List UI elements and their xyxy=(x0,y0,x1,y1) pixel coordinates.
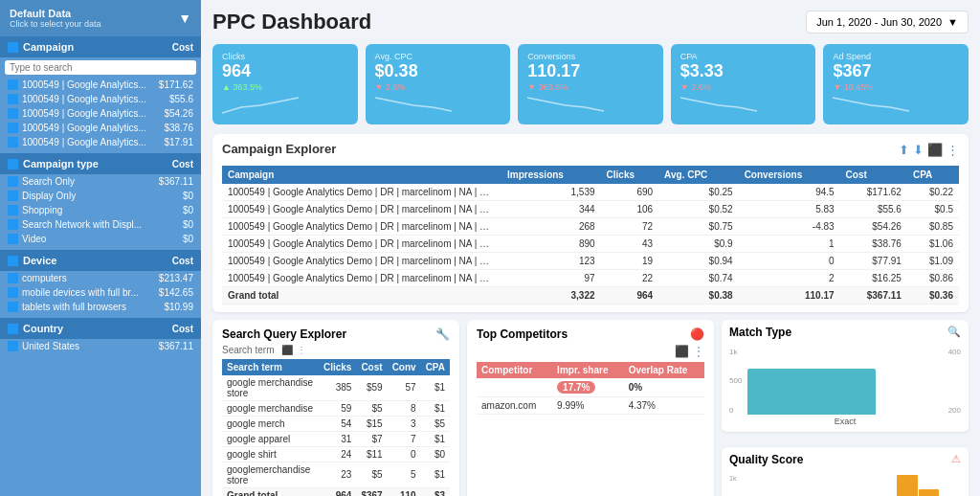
item-name-campaign_type-3: Search Network with Displ... xyxy=(22,219,142,230)
item-checkbox-campaign_type-1[interactable] xyxy=(8,191,18,201)
sidebar-item-campaign_type-2[interactable]: Shopping $0 xyxy=(0,203,201,217)
section-checkbox-device[interactable] xyxy=(8,256,18,266)
section-checkbox-campaign[interactable] xyxy=(8,42,18,53)
item-checkbox-campaign-4[interactable] xyxy=(8,137,18,147)
sq-cost-1: $5 xyxy=(356,400,387,416)
sidebar-search-input-campaign[interactable] xyxy=(10,62,191,73)
item-checkbox-device-0[interactable] xyxy=(8,273,18,283)
sidebar-section-device: Device Cost computers $213.47 mobile dev… xyxy=(0,250,201,318)
comp-badge-impr: 17.7% xyxy=(552,378,624,397)
sidebar-item-device-0[interactable]: computers $213.47 xyxy=(0,271,201,285)
item-checkbox-device-2[interactable] xyxy=(8,302,18,312)
sort-down-icon[interactable]: ⬇ xyxy=(913,143,924,157)
campaign-clicks-2: 72 xyxy=(601,217,659,235)
sidebar-section-country: Country Cost United States $367.11 xyxy=(0,318,201,357)
more-icon[interactable]: ⋮ xyxy=(947,143,959,157)
sidebar-section-header-country[interactable]: Country Cost xyxy=(0,318,201,339)
sq-clicks-4: 24 xyxy=(319,446,356,462)
item-checkbox-campaign_type-0[interactable] xyxy=(8,176,18,187)
metric-card-1: Avg. CPC $0.38 ▼ 2.6% xyxy=(366,44,511,124)
card-label-4: Ad Spend xyxy=(833,52,959,61)
sidebar-item-campaign-3[interactable]: 1000549 | Google Analytics... $38.76 xyxy=(0,121,201,135)
campaign-cpc-4: $0.94 xyxy=(658,252,739,269)
card-label-1: Avg. CPC xyxy=(375,52,501,61)
sq-conv-0: 57 xyxy=(388,375,421,401)
sidebar-section-header-campaign_type[interactable]: Campaign type Cost xyxy=(0,153,201,174)
item-checkbox-campaign-0[interactable] xyxy=(8,79,18,90)
comp-name-0: amazon.com xyxy=(477,396,552,414)
section-checkbox-campaign_type[interactable] xyxy=(8,159,18,169)
item-name-device-1: mobile devices with full br... xyxy=(22,287,139,298)
campaign-cpa-2: $0.85 xyxy=(907,217,959,235)
campaign-name-4: 1000549 | Google Analytics Demo | DR | m… xyxy=(222,252,501,269)
item-cost-campaign-1: $55.6 xyxy=(169,94,193,104)
campaign-col-cost: Cost xyxy=(840,166,907,184)
sidebar-item-campaign_type-0[interactable]: Search Only $367.11 xyxy=(0,174,201,189)
campaign-cpc-0: $0.25 xyxy=(658,184,739,201)
gt-clicks: 964 xyxy=(601,286,659,304)
item-checkbox-campaign-2[interactable] xyxy=(8,108,18,119)
card-value-0: 964 xyxy=(222,61,348,82)
item-cost-campaign-2: $54.26 xyxy=(164,108,193,119)
sq-cpa-3: $1 xyxy=(421,431,450,446)
item-cost-country-0: $367.11 xyxy=(159,341,193,351)
sq-conv-4: 0 xyxy=(388,446,421,462)
comp-icon2: ⬛ xyxy=(675,345,689,358)
section-checkbox-country[interactable] xyxy=(8,324,18,334)
sq-clicks-2: 54 xyxy=(319,416,356,431)
sidebar-section-header-device[interactable]: Device Cost xyxy=(0,250,201,271)
sq-conv-2: 3 xyxy=(388,416,421,431)
item-checkbox-campaign-1[interactable] xyxy=(8,94,18,104)
metric-card-0: Clicks 964 ▲ 363.5% xyxy=(212,44,358,124)
sidebar-item-campaign_type-4[interactable]: Video $0 xyxy=(0,232,201,246)
sidebar-section-header-campaign[interactable]: Campaign Cost xyxy=(0,36,201,57)
sidebar-item-campaign_type-1[interactable]: Display Only $0 xyxy=(0,189,201,203)
sgt-label: Grand total xyxy=(222,487,319,496)
sidebar-item-campaign-4[interactable]: 1000549 | Google Analytics... $17.91 xyxy=(0,135,201,149)
sq-cost-3: $7 xyxy=(356,431,387,446)
sort-up-icon[interactable]: ⬆ xyxy=(899,143,909,157)
item-cost-campaign_type-2: $0 xyxy=(183,205,193,215)
sidebar-item-country-0[interactable]: United States $367.11 xyxy=(0,339,201,353)
sidebar-section-campaign_type: Campaign type Cost Search Only $367.11 D… xyxy=(0,153,201,250)
sq-icon2: ⬛ xyxy=(281,345,293,355)
comp-header: Top Competitors 🔴 xyxy=(477,327,704,341)
metric-card-3: CPA $3.33 ▼ 2.6% xyxy=(671,44,816,124)
comp-icon3: ⋮ xyxy=(693,345,704,358)
item-cost-device-1: $142.65 xyxy=(159,287,193,298)
campaign-clicks-5: 22 xyxy=(601,269,659,286)
main-header: PPC Dashboard Jun 1, 2020 - Jun 30, 2020… xyxy=(212,10,969,34)
sidebar-item-campaign-1[interactable]: 1000549 | Google Analytics... $55.6 xyxy=(0,92,201,106)
mt-x-label: Exact xyxy=(729,417,961,426)
item-checkbox-campaign_type-3[interactable] xyxy=(8,219,18,230)
item-name-campaign_type-4: Video xyxy=(22,234,46,244)
charts-column: Match Type 🔍 1k5000 400200 Exact xyxy=(722,320,969,496)
item-checkbox-country-0[interactable] xyxy=(8,341,18,351)
item-checkbox-device-1[interactable] xyxy=(8,287,18,298)
sq-search-area: Search term ⬛ ⋮ xyxy=(222,345,450,355)
card-sparkline-4 xyxy=(833,96,909,115)
sidebar-item-campaign_type-3[interactable]: Search Network with Displ... $0 xyxy=(0,217,201,232)
sidebar-item-device-2[interactable]: tablets with full browsers $10.99 xyxy=(0,300,201,314)
bottom-grid: Search Query Explorer 🔧 Search term ⬛ ⋮ … xyxy=(212,320,969,496)
sq-term-5: googlemerchandise store xyxy=(222,462,319,487)
campaign-cost-2: $54.26 xyxy=(840,217,907,235)
sq-term-4: google shirt xyxy=(222,446,319,462)
item-checkbox-campaign_type-4[interactable] xyxy=(8,234,18,244)
campaign-name-1: 1000549 | Google Analytics Demo | DR | m… xyxy=(222,200,501,217)
export-icon[interactable]: ⬛ xyxy=(927,143,943,157)
sidebar-item-device-1[interactable]: mobile devices with full br... $142.65 xyxy=(0,285,201,300)
sidebar-dropdown-icon[interactable]: ▼ xyxy=(178,11,191,26)
sidebar-item-campaign-2[interactable]: 1000549 | Google Analytics... $54.26 xyxy=(0,106,201,121)
campaign-impressions-0: 1,539 xyxy=(501,184,601,201)
sidebar-item-campaign-0[interactable]: 1000549 | Google Analytics... $171.62 xyxy=(0,78,201,92)
sq-search-label: Search term xyxy=(222,345,274,355)
qs-chart: 1k5000 xyxy=(729,470,961,496)
sq-cost-5: $5 xyxy=(356,462,387,487)
item-checkbox-campaign_type-2[interactable] xyxy=(8,205,18,215)
campaign-row-0: 1000549 | Google Analytics Demo | DR | m… xyxy=(222,184,959,201)
section-label-campaign: Campaign xyxy=(23,41,74,53)
item-checkbox-campaign-3[interactable] xyxy=(8,123,18,133)
campaign-cost-5: $16.25 xyxy=(840,269,907,286)
date-range-picker[interactable]: Jun 1, 2020 - Jun 30, 2020 ▼ xyxy=(806,11,969,34)
